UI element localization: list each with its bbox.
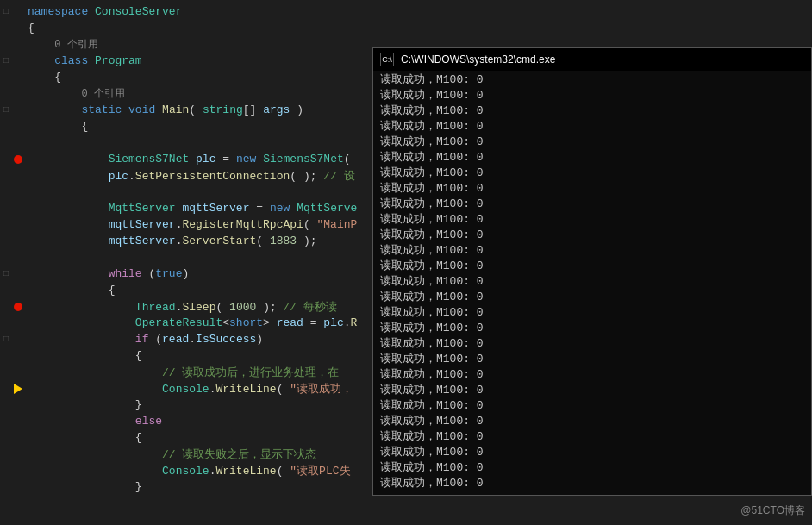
cmd-icon: C:\: [380, 53, 394, 66]
cmd-output-line: 读取成功，M100: 0: [380, 119, 804, 134]
cmd-output-line: 读取成功，M100: 0: [380, 321, 804, 336]
cmd-output-line: 读取成功，M100: 0: [380, 352, 804, 367]
cmd-output-line: 读取成功，M100: 0: [380, 134, 804, 150]
line-content: namespace ConsoleServer: [24, 5, 812, 18]
cmd-output-line: 读取成功，M100: 0: [380, 259, 804, 274]
fold-button[interactable]: □: [0, 7, 12, 16]
cmd-output-line: 读取成功，M100: 0: [380, 166, 804, 181]
cmd-output-line: 读取成功，M100: 0: [380, 72, 804, 88]
cmd-content[interactable]: 读取成功，M100: 0读取成功，M100: 0读取成功，M100: 0读取成功…: [373, 71, 811, 495]
cmd-output-line: 读取成功，M100: 0: [380, 460, 804, 476]
cmd-output-line: 读取成功，M100: 0: [380, 414, 804, 429]
cmd-output-line: 读取成功，M100: 0: [380, 398, 804, 414]
cmd-output-line: 读取成功，M100: 0: [380, 383, 804, 398]
cmd-output-line: 读取成功，M100: 0: [380, 150, 804, 166]
cmd-output-line: 读取成功，M100: 0: [380, 476, 804, 491]
cmd-title: C:\WINDOWS\system32\cmd.exe: [401, 53, 555, 66]
cmd-output-line: 读取成功，M100: 0: [380, 305, 804, 321]
code-line: □namespace ConsoleServer: [0, 3, 812, 20]
cmd-output-line: 读取成功，M100: 0: [380, 212, 804, 228]
fold-button[interactable]: □: [0, 56, 12, 66]
fold-button[interactable]: □: [0, 269, 12, 278]
cmd-output-line: 读取成功，M100: 0: [380, 445, 804, 460]
watermark: @51CTO博客: [740, 503, 805, 518]
breakpoint-area[interactable]: [12, 384, 24, 394]
breakpoint-area[interactable]: [12, 155, 24, 164]
line-content: {: [24, 22, 812, 34]
cmd-output-line: 读取成功，M100: 0: [380, 367, 804, 383]
cmd-output-line: 读取成功，M100: 0: [380, 103, 804, 119]
cmd-titlebar: C:\ C:\WINDOWS\system32\cmd.exe: [373, 48, 811, 71]
cmd-output-line: 读取成功，M100: 0: [380, 290, 804, 305]
cmd-output-line: 读取成功，M100: 0: [380, 243, 804, 259]
cmd-output-line: 读取成功，M100: 0: [380, 228, 804, 243]
cmd-output-line: 读取成功，M100: 0: [380, 197, 804, 212]
cmd-window[interactable]: C:\ C:\WINDOWS\system32\cmd.exe 读取成功，M10…: [372, 47, 812, 496]
code-line: {: [0, 20, 812, 36]
cmd-output-line: 读取成功，M100: 0: [380, 274, 804, 290]
cmd-output-line: 读取成功，M100: 0: [380, 429, 804, 445]
code-line: [0, 495, 812, 511]
fold-button[interactable]: □: [0, 105, 12, 115]
cmd-output-line: 读取成功，M100: 0: [380, 181, 804, 197]
breakpoint-area[interactable]: [12, 303, 24, 311]
cmd-output-line: 读取成功，M100: 0: [380, 336, 804, 352]
cmd-output-line: 读取成功，M100: 0: [380, 88, 804, 103]
fold-button[interactable]: □: [0, 334, 12, 344]
